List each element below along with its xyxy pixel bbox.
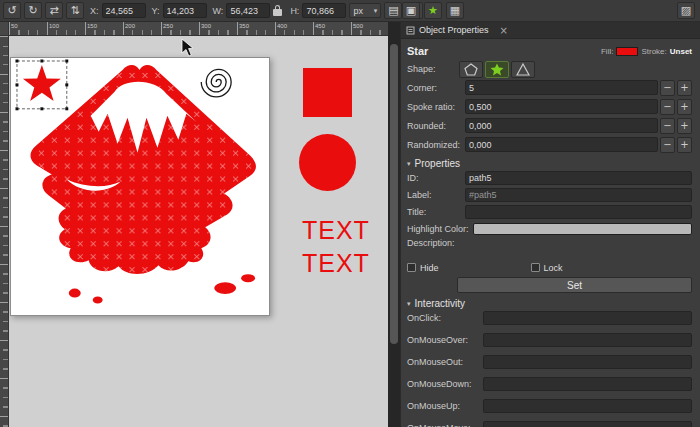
flip-vertical-icon[interactable]: ⇅	[66, 2, 84, 19]
onclick-input[interactable]	[483, 311, 692, 325]
minus-button[interactable]: −	[660, 118, 675, 134]
rotate-cw-icon[interactable]: ↻	[24, 2, 42, 19]
onmousedown-label: OnMouseDown:	[407, 379, 483, 389]
highlight-color-button[interactable]	[473, 223, 692, 235]
panel-body: Star Fill: Stroke: Unset Shape:	[401, 39, 700, 427]
label-input[interactable]	[465, 188, 692, 202]
text-objects[interactable]: TEXT TEXT	[302, 214, 370, 280]
star-icon	[490, 63, 504, 76]
panel-title: Object Properties	[419, 25, 489, 35]
onmouseover-input[interactable]	[483, 333, 692, 347]
red-circle-object[interactable]	[299, 134, 356, 191]
object-type-title: Star	[407, 45, 428, 57]
ruler-label: 250	[161, 22, 199, 35]
tab-object-properties[interactable]: Object Properties ×	[406, 25, 508, 36]
chevron-down-icon: ▾	[407, 160, 411, 168]
spiral-shape[interactable]	[201, 69, 231, 96]
label-row: Label:	[407, 187, 692, 202]
ruler-label: 150	[85, 22, 123, 35]
vertical-ruler[interactable]	[0, 36, 9, 427]
plus-button[interactable]: +	[677, 118, 692, 134]
randomized-label: Randomized:	[407, 140, 465, 150]
scrollbar-thumb[interactable]	[390, 44, 398, 344]
star-shape[interactable]	[23, 65, 61, 101]
h-input[interactable]	[302, 3, 346, 18]
description-input[interactable]	[407, 254, 692, 258]
spoke-ratio-input[interactable]	[465, 99, 658, 114]
chevron-down-icon: ▾	[374, 7, 378, 15]
onmouseout-row: OnMouseOut:	[407, 354, 692, 369]
minus-button[interactable]: −	[660, 80, 675, 96]
onmousedown-input[interactable]	[483, 377, 692, 391]
snap-toggle-icon[interactable]: ▣	[402, 2, 420, 19]
horizontal-ruler[interactable]: 50 100 150 200 250 300 350 400 450 500	[9, 22, 388, 36]
document-page[interactable]	[10, 57, 270, 316]
shape-mode-row: Shape:	[407, 59, 692, 79]
ruler-label: 350	[237, 22, 275, 35]
properties-section-header[interactable]: ▾ Properties	[407, 157, 692, 170]
grid-toggle-icon[interactable]: ▦	[446, 2, 464, 19]
interactivity-section-header[interactable]: ▾ Interactivity	[407, 297, 692, 310]
x-input[interactable]	[102, 3, 146, 18]
logo-droplets[interactable]	[69, 274, 255, 303]
rotate-ccw-icon[interactable]: ↺	[3, 2, 21, 19]
spoke-ratio-label: Spoke ratio:	[407, 102, 465, 112]
plus-button[interactable]: +	[677, 99, 692, 115]
hide-lock-row: Hide Lock	[407, 261, 692, 274]
description-label: Description:	[407, 238, 692, 249]
id-input[interactable]	[465, 171, 692, 185]
ruler-label: 500	[351, 22, 388, 35]
onmouseout-input[interactable]	[483, 355, 692, 369]
panel-menu-icon[interactable]: ▨	[677, 2, 695, 19]
onclick-row: OnClick:	[407, 310, 692, 325]
ruler-labels: 50 100 150 200 250 300 350 400 450 500	[9, 22, 388, 35]
text-object-line2[interactable]: TEXT	[302, 247, 370, 280]
minus-button[interactable]: −	[660, 99, 675, 115]
rounded-input[interactable]	[465, 118, 658, 133]
plus-button[interactable]: +	[677, 80, 692, 96]
corner-input[interactable]	[465, 80, 658, 95]
id-label: ID:	[407, 173, 465, 183]
ruler-label: 300	[199, 22, 237, 35]
stroke-label: Stroke:	[641, 47, 666, 56]
page-artwork	[11, 58, 269, 315]
title-row: Title:	[407, 204, 692, 219]
randomized-row: Randomized: − +	[407, 136, 692, 153]
affect-transform-icon[interactable]: ▤	[384, 2, 402, 19]
minus-button[interactable]: −	[660, 137, 675, 153]
lock-ratio-icon[interactable]	[273, 4, 284, 17]
randomized-input[interactable]	[465, 137, 658, 152]
y-input[interactable]	[163, 3, 207, 18]
title-input[interactable]	[465, 205, 692, 219]
onmouseout-label: OnMouseOut:	[407, 357, 483, 367]
ruler-label: 50	[9, 22, 47, 35]
hide-checkbox[interactable]	[407, 263, 416, 272]
polygon-mode-button[interactable]	[459, 61, 483, 78]
star-mode-button[interactable]	[485, 61, 509, 78]
lock-checkbox[interactable]	[531, 263, 540, 272]
shape-mode-buttons	[459, 61, 535, 78]
flip-horizontal-icon[interactable]: ⇄	[45, 2, 63, 19]
text-object-line1[interactable]: TEXT	[302, 214, 370, 247]
plus-button[interactable]: +	[677, 137, 692, 153]
units-dropdown[interactable]: px ▾	[349, 3, 381, 18]
inkscape-logo-drawing[interactable]	[30, 65, 256, 303]
fill-stroke-indicator[interactable]: Fill: Stroke: Unset	[601, 47, 692, 56]
onmousemove-input[interactable]	[483, 421, 692, 427]
onmousemove-label: OnMouseMove:	[407, 423, 483, 427]
set-button[interactable]: Set	[457, 277, 692, 293]
red-square-object[interactable]	[303, 68, 352, 117]
ruler-label: 400	[275, 22, 313, 35]
onmousemove-row: OnMouseMove:	[407, 420, 692, 427]
properties-header-label: Properties	[415, 158, 461, 169]
close-icon[interactable]: ×	[500, 25, 508, 36]
star-object[interactable]	[15, 59, 68, 110]
favorites-icon[interactable]: ★	[424, 2, 442, 19]
vertical-scrollbar[interactable]	[388, 22, 400, 427]
onmouseup-input[interactable]	[483, 399, 692, 413]
fill-color-swatch[interactable]	[616, 47, 638, 56]
triangle-mode-button[interactable]	[511, 61, 535, 78]
canvas-viewport[interactable]: TEXT TEXT	[9, 36, 388, 427]
triangle-icon	[516, 63, 530, 76]
w-input[interactable]	[226, 3, 270, 18]
